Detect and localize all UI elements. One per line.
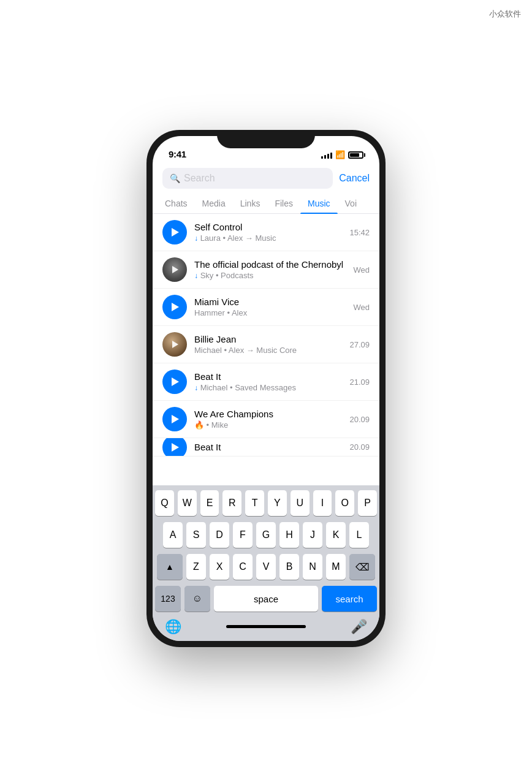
track-item-beat-it-1[interactable]: Beat It ↓ Michael • Saved Messages 21.09	[153, 363, 379, 401]
track-title-billie-jean: Billie Jean	[194, 334, 342, 344]
watermark: 小众软件	[489, 9, 521, 20]
track-info-self-control: Self Control ↓ Laura • Alex → Music	[194, 222, 342, 243]
billie-jean-avatar	[162, 332, 187, 357]
key-o[interactable]: O	[335, 490, 354, 516]
download-icon-podcast: ↓	[194, 271, 198, 280]
music-list: Self Control ↓ Laura • Alex → Music 15:4…	[153, 214, 379, 485]
tabs-row: Chats Media Links Files Music Voi	[153, 194, 379, 214]
signal-bar-3	[327, 154, 329, 159]
track-time-champions: 20.09	[349, 415, 370, 424]
tab-voice[interactable]: Voi	[338, 194, 364, 213]
track-info-beat-it-2: Beat It	[194, 442, 342, 452]
key-w[interactable]: W	[178, 490, 197, 516]
track-time-beat-it-2: 20.09	[349, 442, 370, 452]
space-key[interactable]: space	[214, 586, 318, 612]
track-meta-billie-jean: Michael • Alex → Music Core	[194, 346, 342, 355]
globe-icon[interactable]: 🌐	[165, 619, 181, 635]
play-button-beat-it-2[interactable]	[162, 438, 187, 457]
notch	[217, 130, 315, 148]
key-j[interactable]: J	[303, 522, 322, 548]
battery-fill	[350, 153, 359, 157]
play-button-beat-it-1[interactable]	[162, 370, 187, 394]
tab-chats[interactable]: Chats	[158, 194, 195, 213]
play-triangle-icon	[172, 415, 179, 423]
search-input[interactable]: Search	[184, 173, 215, 184]
key-v[interactable]: V	[256, 554, 276, 580]
play-triangle-icon	[172, 228, 179, 237]
emoji-key[interactable]: ☺	[184, 586, 210, 612]
key-q[interactable]: Q	[155, 490, 174, 516]
key-z[interactable]: Z	[186, 554, 206, 580]
key-l[interactable]: L	[349, 522, 369, 548]
track-meta-beat-it-1: ↓ Michael • Saved Messages	[194, 383, 342, 392]
key-r[interactable]: R	[222, 490, 241, 516]
key-f[interactable]: F	[233, 522, 253, 548]
key-x[interactable]: X	[210, 554, 229, 580]
tab-links[interactable]: Links	[233, 194, 268, 213]
signal-bar-2	[324, 155, 326, 159]
tab-files[interactable]: Files	[267, 194, 300, 213]
play-button-self-control[interactable]	[162, 220, 187, 244]
key-b[interactable]: B	[279, 554, 299, 580]
billie-play-icon	[172, 341, 178, 348]
phone-frame: 9:41 📶	[146, 130, 386, 647]
track-item-self-control[interactable]: Self Control ↓ Laura • Alex → Music 15:4…	[153, 214, 379, 251]
key-n[interactable]: N	[303, 554, 322, 580]
microphone-icon[interactable]: 🎤	[351, 619, 367, 635]
key-h[interactable]: H	[279, 522, 299, 548]
key-d[interactable]: D	[210, 522, 229, 548]
key-g[interactable]: G	[256, 522, 276, 548]
play-button-champions[interactable]	[162, 407, 187, 431]
keyboard-row-2: A S D F G H J K L	[155, 522, 377, 548]
track-time-beat-it-1: 21.09	[349, 377, 370, 387]
track-info-billie-jean: Billie Jean Michael • Alex → Music Core	[194, 334, 342, 355]
cancel-button[interactable]: Cancel	[339, 173, 370, 184]
track-title-self-control: Self Control	[194, 222, 342, 232]
podcast-play-icon	[172, 266, 178, 273]
track-time-miami-vice: Wed	[354, 303, 370, 312]
signal-bars-icon	[321, 151, 332, 159]
search-key[interactable]: search	[322, 586, 377, 612]
num-key[interactable]: 123	[155, 586, 181, 612]
track-item-beat-it-2[interactable]: Beat It 20.09	[153, 438, 379, 457]
track-item-podcast[interactable]: The official podcast of the Chernobyl ↓ …	[153, 251, 379, 289]
key-m[interactable]: M	[326, 554, 346, 580]
status-time: 9:41	[169, 149, 186, 159]
track-title-miami-vice: Miami Vice	[194, 297, 346, 307]
key-a[interactable]: A	[163, 522, 183, 548]
key-s[interactable]: S	[186, 522, 206, 548]
shift-key[interactable]: ▲	[157, 554, 183, 580]
key-p[interactable]: P	[358, 490, 377, 516]
track-time-self-control: 15:42	[349, 228, 370, 237]
play-triangle-icon	[172, 377, 179, 386]
key-i[interactable]: I	[313, 490, 332, 516]
play-button-miami-vice[interactable]	[162, 295, 187, 319]
battery-icon	[348, 151, 363, 159]
keyboard-row-1: Q W E R T Y U I O P	[155, 490, 377, 516]
track-item-billie-jean[interactable]: Billie Jean Michael • Alex → Music Core …	[153, 326, 379, 363]
play-triangle-icon	[172, 443, 179, 452]
key-k[interactable]: K	[326, 522, 346, 548]
track-meta-champions: 🔥 • Mike	[194, 420, 342, 430]
key-c[interactable]: C	[233, 554, 253, 580]
track-info-podcast: The official podcast of the Chernobyl ↓ …	[194, 259, 346, 280]
keyboard-area: Q W E R T Y U I O P A S	[153, 485, 379, 641]
signal-bar-1	[321, 156, 323, 159]
track-info-miami-vice: Miami Vice Hammer • Alex	[194, 297, 346, 317]
key-y[interactable]: Y	[268, 490, 287, 516]
key-t[interactable]: T	[245, 490, 264, 516]
key-u[interactable]: U	[291, 490, 310, 516]
track-item-miami-vice[interactable]: Miami Vice Hammer • Alex Wed	[153, 289, 379, 326]
key-e[interactable]: E	[200, 490, 219, 516]
track-meta-self-control: ↓ Laura • Alex → Music	[194, 233, 342, 243]
content-area: 🔍 Search Cancel Chats Media Links Files …	[153, 163, 379, 641]
track-title-beat-it-2: Beat It	[194, 442, 342, 452]
home-bar	[226, 625, 306, 628]
tab-media[interactable]: Media	[195, 194, 233, 213]
track-title-champions: We Are Champions	[194, 409, 342, 419]
track-info-champions: We Are Champions 🔥 • Mike	[194, 409, 342, 430]
tab-music[interactable]: Music	[300, 194, 338, 213]
delete-key[interactable]: ⌫	[349, 554, 375, 580]
track-item-we-are-champions[interactable]: We Are Champions 🔥 • Mike 20.09	[153, 401, 379, 438]
search-input-wrapper[interactable]: 🔍 Search	[162, 168, 333, 189]
